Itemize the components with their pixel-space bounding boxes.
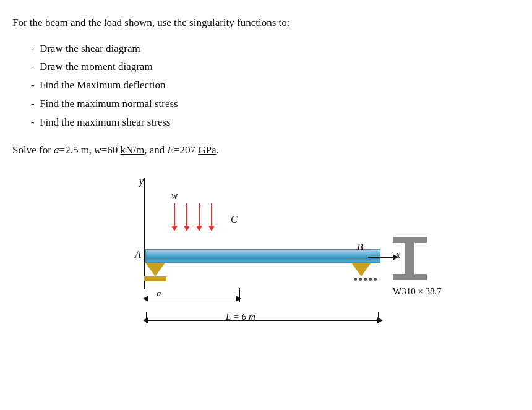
triangle-a [145,263,165,276]
diagram: y w [12,172,513,351]
bullet-2: Draw the moment diagram [31,58,513,76]
arrow-4 [208,203,215,231]
dim-l-label: L = 6 m [226,312,255,322]
arrow-3 [196,203,202,231]
solve-line: Solve for a=2.5 m, w=60 kN/m, and E=207 … [12,142,513,158]
i-bot-flange [393,274,427,280]
bullet-3: Find the Maximum deflection [31,76,513,95]
head-2 [184,226,190,231]
dot-4 [369,278,372,281]
support-b [351,263,377,281]
dim-l-arrow-right [377,317,383,323]
intro-text: For the beam and the load shown, use the… [12,15,513,31]
load-label: w [171,190,178,201]
dim-l-line [146,320,380,321]
b-label: B [357,242,363,253]
support-a [145,263,166,281]
dot-3 [364,278,367,281]
a-label: A [135,249,141,260]
shaft-4 [211,203,212,226]
i-web [405,243,414,274]
i-beam-diagram [393,237,427,280]
bullet-4: Find the maximum normal stress [31,95,513,113]
arrow-2 [184,203,190,231]
shaft-1 [174,203,175,226]
bullet-list: Draw the shear diagram Draw the moment d… [31,40,513,132]
bullet-5: Find the maximum shear stress [31,113,513,132]
arrows-row [171,203,215,231]
distributed-load: w [153,190,233,234]
dim-arrow-left-a [143,296,148,302]
base-a [144,276,166,281]
i-beam-shape [393,237,427,280]
y-axis-label: y [139,176,144,187]
beam [145,249,380,263]
dot-1 [354,278,357,281]
dim-line-a [146,299,239,299]
c-label: C [231,214,238,225]
roller-dots [354,278,377,281]
i-top-flange [393,237,427,243]
head-3 [196,226,202,231]
dim-a-label: a [157,288,161,299]
bullet-1: Draw the shear diagram [31,40,513,58]
dim-arrow-right-a [236,296,241,302]
head-4 [208,226,215,231]
i-beam-label: W310 × 38.7 [393,286,442,297]
triangle-b [351,263,371,276]
head-1 [171,226,178,231]
diagram-inner: y w [90,172,436,351]
shaft-3 [199,203,200,226]
dot-5 [374,278,377,281]
x-shaft [368,257,393,258]
dim-l-arrow-left [143,317,148,323]
arrow-1 [171,203,178,231]
dot-2 [359,278,362,281]
shaft-2 [186,203,187,226]
